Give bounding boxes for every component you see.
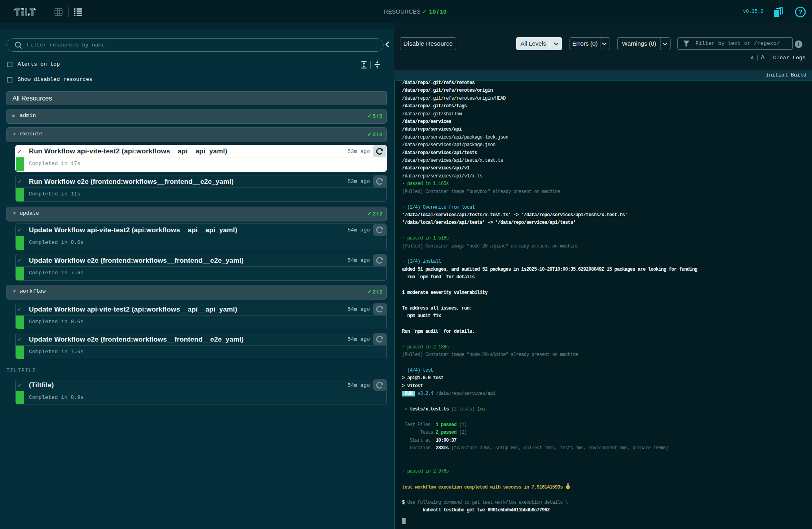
svg-text:?: ? bbox=[798, 8, 802, 16]
